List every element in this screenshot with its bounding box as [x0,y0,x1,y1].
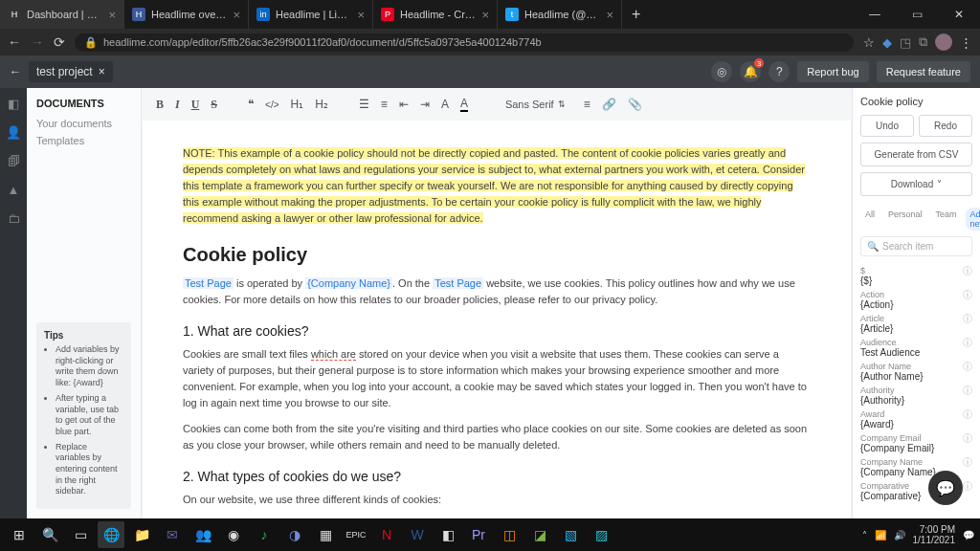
ext-icon-2[interactable]: ◳ [900,35,911,50]
word-icon[interactable]: W [404,521,431,548]
rail-icon[interactable]: ◧ [6,96,21,111]
document[interactable]: NOTE: This example of a cookie policy sh… [143,121,851,518]
close-window-button[interactable]: ✕ [938,0,980,29]
variable-item[interactable]: Company Emaili{Company Email} [860,433,972,453]
app-icon-7[interactable]: ▨ [588,521,614,548]
browser-tab[interactable]: inHeadlime | LinkedIn× [249,0,373,29]
tray-up-icon[interactable]: ˄ [862,530,867,540]
info-icon[interactable]: i [963,433,972,443]
app-icon-1[interactable]: ▦ [312,521,339,548]
variable-item[interactable]: $i{$} [860,266,972,286]
request-feature-button[interactable]: Request feature [877,61,970,82]
close-tab-icon[interactable]: × [481,8,489,22]
quote-button[interactable]: ❝ [248,98,254,111]
unordered-list-button[interactable]: ≡ [381,98,388,111]
chrome-icon[interactable]: 🌐 [98,521,124,548]
underline-button[interactable]: U [191,98,200,112]
italic-button[interactable]: I [175,98,180,112]
help-icon[interactable]: ? [768,61,790,82]
filter-chip[interactable]: All [860,208,880,231]
h1-button[interactable]: H₁ [291,98,304,111]
font-select[interactable]: Sans Serif⇅ [499,96,572,113]
ext-icon-3[interactable]: ⧉ [919,34,927,50]
close-tab-icon[interactable]: × [357,8,365,22]
discord-icon[interactable]: ◑ [281,521,308,548]
indent-increase-button[interactable]: ⇥ [420,98,430,111]
close-tab-icon[interactable]: × [233,8,240,22]
filter-chip[interactable]: Team [931,208,962,231]
menu-icon[interactable]: ⋮ [960,35,972,50]
wifi-icon[interactable]: 📶 [875,530,886,540]
browser-tab[interactable]: HHeadlime overview and review× [124,0,249,29]
close-icon[interactable]: × [99,65,105,78]
variable-item[interactable]: Authorityi{Authority} [860,386,972,406]
url-field[interactable]: 🔒 headlime.com/app/editor/5ffb26ac3e29f9… [75,33,854,52]
minimize-button[interactable]: — [854,0,896,29]
info-icon[interactable]: i [963,338,972,347]
eye-icon[interactable]: ◎ [711,61,732,82]
new-tab-button[interactable]: + [622,6,650,23]
explorer-icon[interactable]: 📁 [128,521,155,548]
variable-item[interactable]: Awardi{Award} [860,409,972,430]
netflix-icon[interactable]: N [373,521,400,548]
profile-avatar[interactable] [935,33,952,51]
bold-button[interactable]: B [156,98,164,112]
info-icon[interactable]: i [963,457,972,467]
text-size-button[interactable]: A [441,98,449,111]
chat-fab[interactable]: 💬 [928,471,963,505]
h2-button[interactable]: H₂ [315,98,328,111]
undo-button[interactable]: Undo [860,115,914,137]
report-bug-button[interactable]: Report bug [797,61,868,82]
code-button[interactable]: </> [265,99,278,110]
variable-item[interactable]: Actioni{Action} [860,290,972,310]
teams-icon[interactable]: 👥 [189,521,216,548]
clock[interactable]: 7:00 PM 1/11/2021 [913,524,956,545]
mail-icon[interactable]: ✉ [159,521,186,548]
variable-item[interactable]: AudienceiTest Audience [860,338,972,358]
sidebar-item[interactable]: Your documents [36,115,131,132]
app-icon-5[interactable]: ◪ [526,521,553,548]
reload-icon[interactable]: ⟳ [54,34,65,50]
info-icon[interactable]: i [963,290,972,299]
ext-icon-1[interactable]: ◆ [882,35,892,50]
premiere-icon[interactable]: Pr [465,521,492,548]
search-input[interactable]: 🔍 Search item [860,236,972,256]
filter-chip[interactable]: Personal [883,208,927,231]
redo-button[interactable]: Redo [919,115,972,137]
maximize-button[interactable]: ▭ [896,0,938,29]
nav-back-icon[interactable]: ← [8,34,21,50]
filter-chip[interactable]: Add new [966,208,980,231]
attach-button[interactable]: 📎 [628,98,642,111]
indent-decrease-button[interactable]: ⇤ [399,98,409,111]
volume-icon[interactable]: 🔊 [894,530,905,540]
generate-csv-button[interactable]: Generate from CSV [860,143,972,166]
app-icon-2[interactable]: EPIC [343,521,369,548]
close-tab-icon[interactable]: × [108,8,116,22]
variable-item[interactable]: Author Namei{Author Name} [860,362,972,382]
project-tab[interactable]: test project × [29,61,113,82]
rail-icon[interactable]: 🗀 [6,210,21,226]
align-button[interactable]: ≡ [584,98,590,111]
app-icon-4[interactable]: ◫ [496,521,523,548]
info-icon[interactable]: i [963,314,972,323]
info-icon[interactable]: i [963,409,972,419]
info-icon[interactable]: i [963,386,972,395]
info-icon[interactable]: i [963,362,972,371]
bookmark-icon[interactable]: ☆ [863,35,875,50]
app-back-icon[interactable]: ← [10,65,21,78]
variable-item[interactable]: Articlei{Article} [860,314,972,334]
app-icon-6[interactable]: ▧ [557,521,584,548]
taskview-icon[interactable]: ▭ [67,521,94,548]
rail-icon[interactable]: 🗐 [6,153,21,168]
info-icon[interactable]: i [963,266,972,276]
nav-forward-icon[interactable]: → [31,34,44,50]
sidebar-item[interactable]: Templates [36,132,131,149]
browser-tab[interactable]: HDashboard | Headlime× [0,0,124,29]
strike-button[interactable]: S [211,98,217,112]
info-icon[interactable]: i [963,481,972,491]
start-button[interactable]: ⊞ [6,521,33,548]
link-button[interactable]: 🔗 [602,98,616,111]
download-button[interactable]: Download ˅ [860,172,972,196]
text-color-button[interactable]: A [460,97,468,112]
spotify-icon[interactable]: ♪ [251,521,278,548]
